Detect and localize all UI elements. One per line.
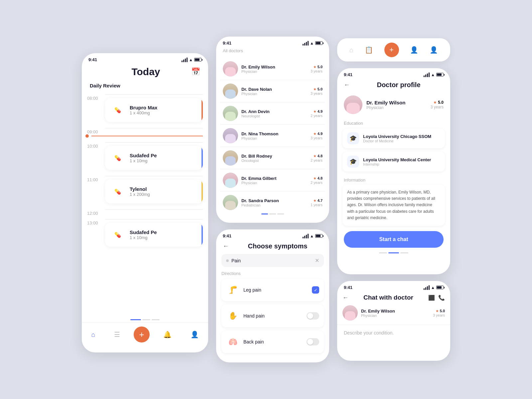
- today-title: Today: [100, 66, 191, 77]
- med-name-tylenol: Tylenol: [130, 186, 198, 192]
- pill-icon-brupro: 💊: [110, 102, 126, 118]
- status-bar-symptoms: 9:41 ▲: [216, 229, 329, 240]
- med-info-sudafed2: Sudafed Pe 1 x 10mg: [130, 229, 198, 240]
- doctor-name-1: Dr. Dave Nolan: [241, 87, 307, 92]
- doctor-name-3: Dr. Nina Thomson: [241, 131, 307, 136]
- status-icons-chat: ▲: [424, 285, 444, 290]
- battery-icon-profile: [436, 73, 444, 76]
- doctor-name-4: Dr. Bill Rodney: [241, 154, 307, 159]
- video-call-icon[interactable]: ⬛: [428, 295, 435, 301]
- edu-info-1: Loyola University Medical Center Interns…: [363, 157, 431, 166]
- signal-icon-profile: [424, 72, 430, 77]
- time-label-1100: 11:00: [87, 173, 101, 182]
- status-bar-today: 9:41 ▲: [82, 53, 208, 64]
- doctor-name-6: Dr. Sandra Parson: [241, 198, 307, 203]
- chat-actions: ⬛ 📞: [428, 295, 445, 301]
- doctor-avatar-5: [223, 173, 238, 188]
- back-icon: 🫁: [226, 335, 239, 348]
- nav-home[interactable]: ⌂: [86, 330, 100, 340]
- symptoms-back-button[interactable]: ←: [223, 243, 229, 250]
- wifi-icon-doctors: ▲: [310, 41, 314, 46]
- symptom-leg-name: Leg pain: [243, 287, 308, 293]
- symptoms-search-bar[interactable]: Pain ✕: [221, 254, 324, 267]
- doctor-info-3: Dr. Nina Thomson Physician: [241, 131, 307, 140]
- profile-header: ← Doctor profile: [337, 78, 450, 93]
- calendar-button[interactable]: 📅: [191, 67, 200, 76]
- page-dots-profile: [337, 250, 450, 255]
- doctor-row-2[interactable]: Dr. Ann Devin Neurologist ★ 4.9 2 years: [220, 102, 325, 125]
- topnav-plus-button[interactable]: +: [384, 43, 399, 57]
- doctor-info-4: Dr. Bill Rodney Oncologist: [241, 154, 307, 163]
- symptom-back-name: Back pain: [243, 339, 303, 344]
- symptom-back-pain[interactable]: 🫁 Back pain: [221, 331, 324, 353]
- doctor-row-5[interactable]: Dr. Emma Gilbert Physician ★ 4.8 2 years: [220, 169, 325, 192]
- hand-icon: ✋: [226, 309, 239, 323]
- nav-list[interactable]: ☰: [109, 329, 125, 340]
- chat-header: ← Chat with doctor ⬛ 📞: [337, 291, 450, 305]
- page-dot-1: [130, 319, 141, 320]
- scroll-dot-3: [277, 213, 284, 214]
- status-bar-chat: 9:41 ▲: [337, 281, 450, 291]
- start-chat-button[interactable]: Start a chat: [344, 231, 444, 248]
- profile-doctor-info: Dr. Emily Wilson Physician: [366, 100, 427, 110]
- current-time-indicator: [87, 134, 203, 138]
- doctor-row-1[interactable]: Dr. Dave Nolan Physician ★ 5.0 3 years: [220, 80, 325, 102]
- edu-card-1: 🎓 Loyola University Medical Center Inter…: [342, 152, 445, 172]
- avatar-face-3: [223, 128, 238, 143]
- chat-doctor-spec: Physician: [361, 314, 430, 318]
- doctor-row-4[interactable]: Dr. Bill Rodney Oncologist ★ 4.8 2 years: [220, 147, 325, 169]
- symptom-back-toggle[interactable]: [307, 338, 319, 345]
- scroll-dot-2: [269, 213, 276, 214]
- med-card-tylenol[interactable]: 💊 Tylenol 1 x 200mg: [105, 180, 203, 203]
- battery-icon-doctors: [315, 41, 323, 45]
- doctor-spec-5: Physician: [241, 181, 307, 185]
- symptom-leg-check[interactable]: ✓: [312, 286, 319, 294]
- all-doctors-label: All doctors: [223, 48, 323, 53]
- doctor-row-3[interactable]: Dr. Nina Thomson Physician ★ 4.9 3 years: [220, 125, 325, 147]
- nav-bell[interactable]: 🔔: [158, 329, 177, 340]
- symptom-hand-pain[interactable]: ✋ Hand pain: [221, 305, 324, 327]
- now-dot: [85, 134, 89, 138]
- profile-back-button[interactable]: ←: [344, 81, 350, 88]
- avatar-face-4: [223, 150, 238, 166]
- chat-back-button[interactable]: ←: [342, 294, 348, 301]
- pill-icon-sudafed2: 💊: [110, 227, 126, 243]
- chat-doctor-avatar: [342, 305, 358, 321]
- med-card-sudafed1[interactable]: 💊 Sudafed Pe 1 x 10mg: [105, 146, 203, 170]
- status-time-chat: 9:41: [344, 285, 352, 290]
- symptom-leg-pain[interactable]: 🦵 Leg pain ✓: [221, 279, 324, 301]
- chat-title: Chat with doctor: [352, 294, 425, 301]
- timeline: 08:00 💊 Brupro Max 1 x 400mg 09:00: [82, 91, 208, 317]
- person-icon: 👤: [191, 331, 199, 338]
- avatar-face-5: [223, 173, 238, 188]
- doctor-avatar-3: [223, 128, 238, 143]
- signal-icon-doctors: [303, 41, 309, 46]
- topnav-person-outline-icon[interactable]: 👤: [410, 46, 418, 54]
- med-card-sudafed2[interactable]: 💊 Sudafed Pe 1 x 10mg: [105, 223, 203, 247]
- topnav-home-icon[interactable]: ⌂: [349, 46, 353, 54]
- med-info-tylenol: Tylenol 1 x 200mg: [130, 186, 198, 197]
- screen-chat: 9:41 ▲ ← Chat with doctor ⬛ 📞: [337, 281, 450, 361]
- signal-icon-symptoms: [303, 234, 309, 238]
- screen-today: 9:41 ▲ Today 📅 Daily Review 08:00 💊: [82, 53, 208, 352]
- doctor-row-6[interactable]: Dr. Sandra Parson Pediatrician ★ 4.7 1 y…: [220, 192, 325, 211]
- nav-plus-button[interactable]: +: [134, 327, 150, 342]
- status-time-symptoms: 9:41: [223, 233, 231, 238]
- nav-profile[interactable]: 👤: [185, 329, 204, 340]
- symptom-hand-name: Hand pain: [243, 313, 303, 319]
- top-nav-partial: ⌂ 📋 + 👤 👤: [337, 38, 450, 62]
- symptom-hand-toggle[interactable]: [307, 312, 319, 320]
- topnav-clipboard-icon[interactable]: 📋: [365, 46, 373, 54]
- profile-doctor-name: Dr. Emily Wilson: [366, 100, 427, 105]
- doctor-row-0[interactable]: Dr. Emily Wilson Physician ★ 5.0 3 years: [220, 58, 325, 80]
- wifi-icon-profile: ▲: [431, 72, 435, 77]
- search-clear-button[interactable]: ✕: [315, 257, 319, 264]
- med-card-brupro[interactable]: 💊 Brupro Max 1 x 400mg: [105, 98, 203, 122]
- phone-call-icon[interactable]: 📞: [438, 295, 445, 301]
- home-icon: ⌂: [91, 331, 95, 338]
- topnav-person-icon[interactable]: 👤: [430, 46, 438, 54]
- directions-label: Directions: [216, 271, 329, 279]
- profile-avatar-face: [344, 95, 362, 114]
- status-time-doctors: 9:41: [223, 41, 231, 46]
- doctor-rating-1: ★ 5.0 3 years: [311, 87, 323, 95]
